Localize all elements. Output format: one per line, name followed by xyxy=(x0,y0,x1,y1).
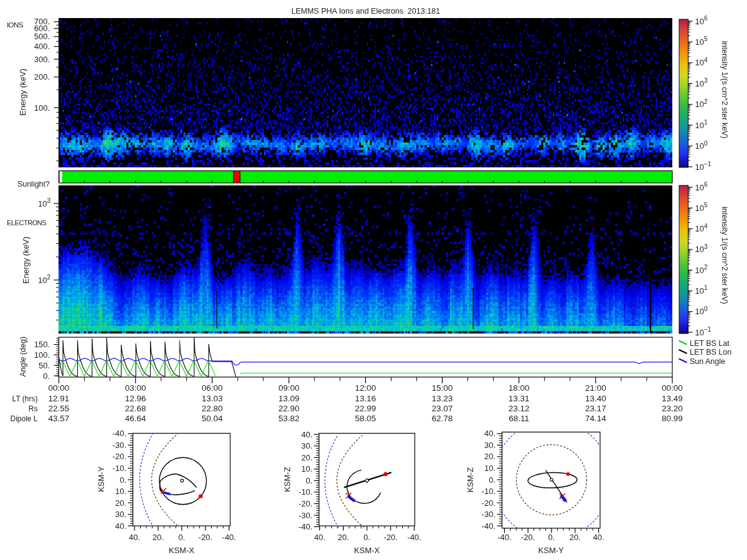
svg-text:23.07: 23.07 xyxy=(432,404,453,413)
svg-text:106: 106 xyxy=(695,15,708,26)
svg-text:Angle (deg): Angle (deg) xyxy=(19,337,27,377)
svg-text:13.03: 13.03 xyxy=(202,394,223,403)
svg-text:10−1: 10−1 xyxy=(695,161,712,172)
svg-text:22.80: 22.80 xyxy=(202,404,223,413)
svg-text:0.: 0. xyxy=(43,371,50,381)
svg-text:46.64: 46.64 xyxy=(125,414,146,423)
svg-text:103: 103 xyxy=(38,197,50,208)
svg-text:50.: 50. xyxy=(39,361,50,370)
svg-text:LET BS Lon: LET BS Lon xyxy=(690,348,731,357)
svg-text:300.: 300. xyxy=(34,55,50,64)
svg-text:KSM-X: KSM-X xyxy=(354,546,380,555)
svg-text:13.40: 13.40 xyxy=(585,394,606,403)
svg-text:-10.: -10. xyxy=(482,487,496,496)
svg-text:KSM-Z: KSM-Z xyxy=(283,467,293,492)
svg-text:68.11: 68.11 xyxy=(509,414,529,423)
svg-text:Energy (keV): Energy (keV) xyxy=(21,236,31,284)
svg-text:103: 103 xyxy=(695,77,708,88)
svg-text:102: 102 xyxy=(695,264,708,275)
svg-text:Sun Angle: Sun Angle xyxy=(690,357,725,366)
svg-text:KSM-Y: KSM-Y xyxy=(538,546,565,555)
svg-text:22.99: 22.99 xyxy=(355,404,376,413)
svg-text:-20.: -20. xyxy=(521,533,535,542)
svg-text:102: 102 xyxy=(38,274,50,285)
svg-text:40.: 40. xyxy=(301,430,312,439)
svg-text:20.: 20. xyxy=(484,452,496,461)
svg-text:12.91: 12.91 xyxy=(49,394,70,403)
svg-text:40.: 40. xyxy=(593,533,604,542)
svg-text:10−1: 10−1 xyxy=(695,326,712,337)
svg-text:0.: 0. xyxy=(548,533,555,542)
svg-text:-40.: -40. xyxy=(113,429,126,438)
svg-text:0.: 0. xyxy=(120,475,126,485)
svg-text:-20.: -20. xyxy=(383,533,397,542)
svg-text:100.: 100. xyxy=(34,350,50,360)
svg-text:-10.: -10. xyxy=(299,487,312,497)
svg-text:-20.: -20. xyxy=(199,533,212,542)
svg-text:12:00: 12:00 xyxy=(355,383,376,393)
svg-text:101: 101 xyxy=(695,119,708,130)
svg-text:74.14: 74.14 xyxy=(585,414,606,423)
svg-text:150.: 150. xyxy=(34,340,50,349)
svg-text:0.: 0. xyxy=(364,533,370,542)
svg-text:13.23: 13.23 xyxy=(432,394,453,403)
svg-text:23.17: 23.17 xyxy=(585,404,606,413)
svg-text:KSM-Z: KSM-Z xyxy=(466,467,476,493)
svg-text:22.68: 22.68 xyxy=(125,404,146,413)
svg-text:KSM-X: KSM-X xyxy=(169,546,195,555)
svg-text:Sunlight?: Sunlight? xyxy=(17,180,50,189)
svg-text:0.: 0. xyxy=(306,476,312,485)
svg-text:50.04: 50.04 xyxy=(202,414,223,423)
svg-text:43.57: 43.57 xyxy=(49,414,70,423)
svg-text:12.96: 12.96 xyxy=(125,394,146,403)
svg-text:-20.: -20. xyxy=(113,452,126,461)
svg-text:53.82: 53.82 xyxy=(278,414,299,423)
svg-text:LEMMS PHA Ions and Electrons: LEMMS PHA Ions and Electrons 2013:181 xyxy=(291,7,440,16)
svg-text:KSM-Y: KSM-Y xyxy=(97,466,106,492)
svg-text:-20.: -20. xyxy=(482,498,496,508)
svg-text:100: 100 xyxy=(695,140,708,151)
svg-text:20.: 20. xyxy=(337,533,349,542)
svg-text:102: 102 xyxy=(695,98,708,110)
svg-text:101: 101 xyxy=(695,284,708,296)
svg-text:Energy (keV): Energy (keV) xyxy=(18,68,27,116)
svg-text:20.: 20. xyxy=(153,533,164,542)
svg-text:20.: 20. xyxy=(115,498,126,508)
svg-text:30.: 30. xyxy=(484,441,496,450)
svg-text:IONS: IONS xyxy=(7,21,24,29)
svg-text:-40.: -40. xyxy=(482,521,496,531)
svg-text:200.: 200. xyxy=(34,72,50,82)
svg-text:0.: 0. xyxy=(179,533,186,542)
svg-text:400.: 400. xyxy=(34,42,50,51)
svg-text:-20.: -20. xyxy=(299,499,312,508)
svg-text:13.09: 13.09 xyxy=(278,394,299,403)
svg-text:100.: 100. xyxy=(34,103,50,113)
svg-text:62.78: 62.78 xyxy=(432,414,453,423)
svg-text:-30.: -30. xyxy=(113,441,126,450)
svg-text:104: 104 xyxy=(695,57,708,68)
svg-text:23.12: 23.12 xyxy=(509,404,530,413)
svg-text:30.: 30. xyxy=(115,510,126,519)
svg-text:-40.: -40. xyxy=(497,533,511,542)
svg-text:10.: 10. xyxy=(115,487,126,496)
svg-text:LET BS Lat: LET BS Lat xyxy=(690,339,730,348)
svg-text:18:00: 18:00 xyxy=(509,383,530,393)
svg-text:Dipole L: Dipole L xyxy=(10,414,37,423)
svg-text:20.: 20. xyxy=(301,453,312,462)
svg-text:15:00: 15:00 xyxy=(432,383,453,393)
svg-text:00:00: 00:00 xyxy=(49,383,70,393)
svg-text:500.: 500. xyxy=(34,32,50,41)
svg-text:22.55: 22.55 xyxy=(49,404,70,413)
svg-text:80.99: 80.99 xyxy=(662,414,683,423)
svg-text:0.: 0. xyxy=(489,475,496,485)
svg-text:-10.: -10. xyxy=(113,464,126,473)
svg-text:intensity 1/(s cm^2 ster keV): intensity 1/(s cm^2 ster keV) xyxy=(720,207,729,304)
svg-text:105: 105 xyxy=(695,35,708,47)
svg-text:20.: 20. xyxy=(570,533,581,542)
svg-text:-40.: -40. xyxy=(222,533,236,542)
svg-text:13.31: 13.31 xyxy=(509,394,530,403)
svg-text:40.: 40. xyxy=(129,533,140,542)
svg-text:00:00: 00:00 xyxy=(662,383,683,393)
svg-text:13.49: 13.49 xyxy=(662,394,683,403)
svg-text:09:00: 09:00 xyxy=(278,383,299,393)
